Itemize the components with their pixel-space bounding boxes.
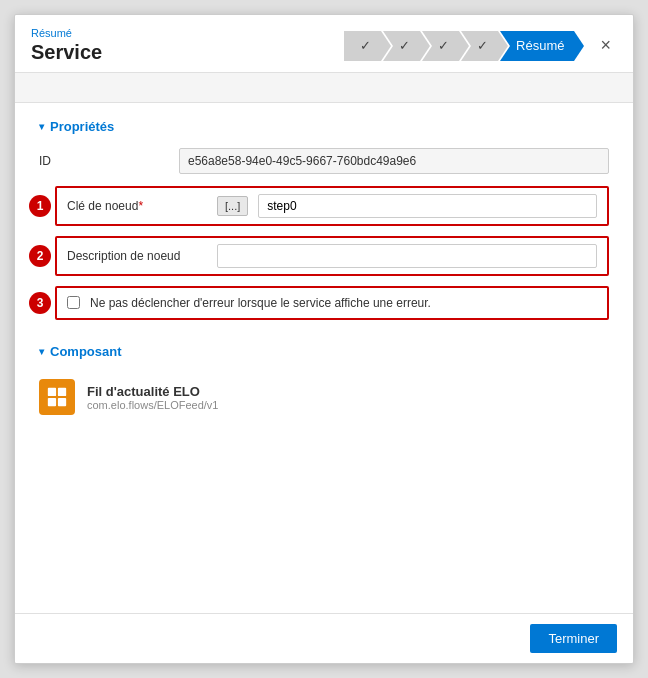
required-star: * [138,199,143,213]
id-value: e56a8e58-94e0-49c5-9667-760bdc49a9e6 [179,148,609,174]
svg-rect-1 [58,388,66,396]
composant-section-label: Composant [50,344,122,359]
page-title: Service [31,41,102,64]
cle-annotation-wrapper: 1 Clé de noeud* [...] [55,186,609,226]
annotation-badge-1: 1 [29,195,51,217]
component-item: Fil d'actualité ELO com.elo.flows/ELOFee… [39,373,609,421]
component-id: com.elo.flows/ELOFeed/v1 [87,399,218,411]
breadcrumb: Résumé [31,27,102,39]
annotation-badge-2: 2 [29,245,51,267]
desc-label: Description de noeud [67,249,207,263]
close-button[interactable]: × [594,33,617,58]
checkbox-row: Ne pas déclencher d'erreur lorsque le se… [67,294,431,312]
svg-rect-2 [48,398,56,406]
chevron-down-icon: ▾ [39,121,44,132]
id-label: ID [39,154,179,168]
properties-section: ▾ Propriétés ID e56a8e58-94e0-49c5-9667-… [39,119,609,320]
step-3-icon: ✓ [438,38,449,53]
step-2-icon: ✓ [399,38,410,53]
checkbox-bordered-row: Ne pas déclencher d'erreur lorsque le se… [55,286,609,320]
terminer-button[interactable]: Terminer [530,624,617,653]
cle-input[interactable] [258,194,597,218]
checkbox-annotation-wrapper: 3 Ne pas déclencher d'erreur lorsque le … [55,286,609,320]
desc-annotation-wrapper: 2 Description de noeud [55,236,609,276]
step-resume[interactable]: Résumé [500,31,574,61]
dialog-footer: Terminer [15,613,633,663]
cle-key-button[interactable]: [...] [217,196,248,216]
properties-section-header[interactable]: ▾ Propriétés [39,119,609,134]
header-right: ✓ ✓ ✓ ✓ Résumé × [344,31,617,61]
desc-bordered-row: Description de noeud [55,236,609,276]
toolbar-strip [15,73,633,103]
header-left: Résumé Service [31,27,102,64]
feed-icon [46,386,68,408]
component-info: Fil d'actualité ELO com.elo.flows/ELOFee… [87,384,218,411]
svg-rect-0 [48,388,56,396]
properties-section-label: Propriétés [50,119,114,134]
desc-input[interactable] [217,244,597,268]
id-field-row: ID e56a8e58-94e0-49c5-9667-760bdc49a9e6 [39,148,609,174]
checkbox-label: Ne pas déclencher d'erreur lorsque le se… [90,294,431,312]
service-dialog: Résumé Service ✓ ✓ ✓ ✓ Résumé [14,14,634,664]
component-icon [39,379,75,415]
step-1[interactable]: ✓ [344,31,381,61]
composant-section-header[interactable]: ▾ Composant [39,344,609,359]
chevron-down-icon-2: ▾ [39,346,44,357]
annotation-badge-3: 3 [29,292,51,314]
dialog-body: ▾ Propriétés ID e56a8e58-94e0-49c5-9667-… [15,103,633,613]
cle-bordered-row: Clé de noeud* [...] [55,186,609,226]
step-1-icon: ✓ [360,38,371,53]
step-4-icon: ✓ [477,38,488,53]
cle-label: Clé de noeud* [67,199,207,213]
svg-rect-3 [58,398,66,406]
error-suppress-checkbox[interactable] [67,296,80,309]
step-resume-label: Résumé [516,38,564,53]
composant-section: ▾ Composant Fil d'actualité ELO com.elo.… [39,344,609,421]
component-name: Fil d'actualité ELO [87,384,218,399]
stepper: ✓ ✓ ✓ ✓ Résumé [344,31,576,61]
dialog-header: Résumé Service ✓ ✓ ✓ ✓ Résumé [15,15,633,73]
